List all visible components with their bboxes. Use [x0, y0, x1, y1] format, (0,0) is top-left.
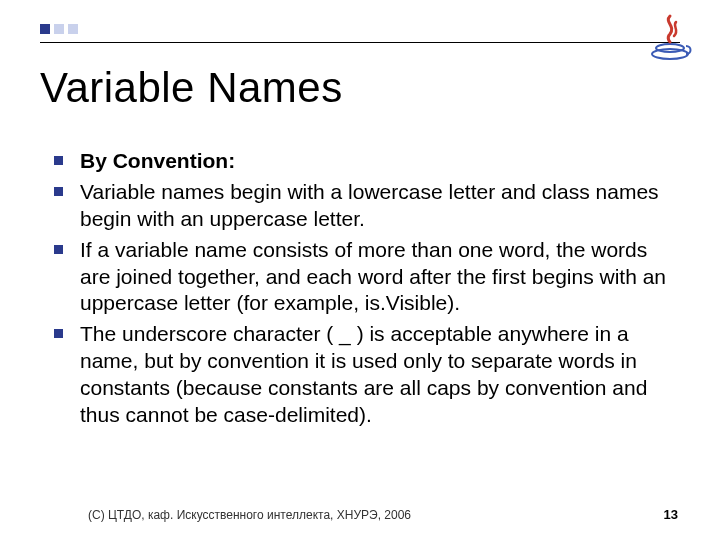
page-number: 13 — [664, 507, 678, 522]
page-title: Variable Names — [40, 64, 343, 112]
accent-squares — [40, 24, 78, 34]
java-logo-icon — [640, 8, 696, 64]
footer-text: (С) ЦТДО, каф. Искусственного интеллекта… — [88, 508, 411, 522]
list-item-text: By Convention: — [80, 149, 235, 172]
accent-square — [68, 24, 78, 34]
list-item-text: If a variable name consists of more than… — [80, 238, 666, 315]
body-content: By Convention: Variable names begin with… — [54, 148, 672, 433]
list-item: The underscore character ( _ ) is accept… — [54, 321, 672, 429]
accent-square — [40, 24, 50, 34]
list-item-text: Variable names begin with a lowercase le… — [80, 180, 659, 230]
accent-square — [54, 24, 64, 34]
list-item: By Convention: — [54, 148, 672, 175]
list-item-text: The underscore character ( _ ) is accept… — [80, 322, 647, 426]
divider — [40, 42, 680, 43]
list-item: If a variable name consists of more than… — [54, 237, 672, 318]
bullet-list: By Convention: Variable names begin with… — [54, 148, 672, 429]
list-item: Variable names begin with a lowercase le… — [54, 179, 672, 233]
slide: Variable Names By Convention: Variable n… — [0, 0, 720, 540]
